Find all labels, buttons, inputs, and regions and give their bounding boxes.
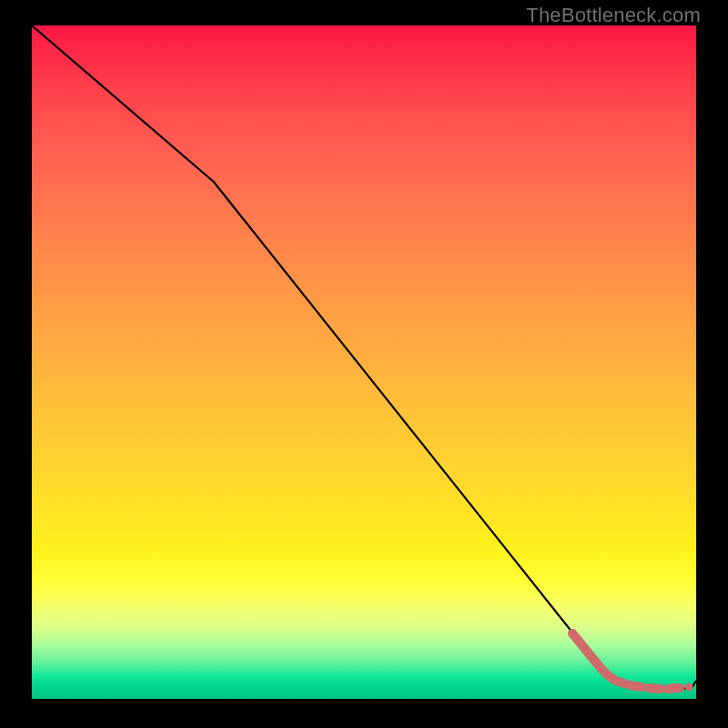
highlight-dashes: [630, 685, 680, 689]
svg-line-1: [649, 688, 661, 689]
chart-svg: [32, 25, 696, 699]
plot-area: [32, 25, 696, 699]
chart-frame: TheBottleneck.com: [0, 0, 728, 728]
watermark-text: TheBottleneck.com: [526, 4, 701, 27]
curve-main: [32, 25, 696, 690]
highlight-end-dot: [685, 683, 693, 692]
highlight-segment: [572, 633, 624, 683]
svg-line-0: [630, 685, 642, 687]
svg-line-2: [668, 688, 680, 689]
